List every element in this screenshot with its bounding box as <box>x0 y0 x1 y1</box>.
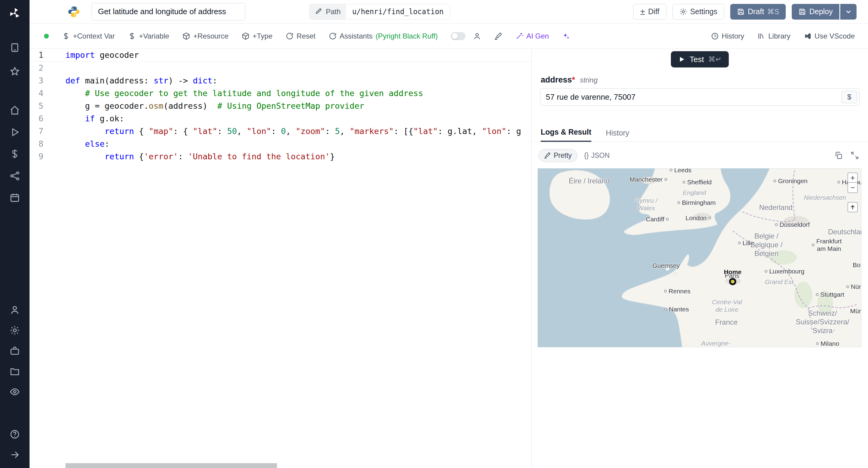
arrow-up-icon <box>849 204 856 210</box>
settings-gear-icon[interactable] <box>10 325 20 335</box>
apps-icon[interactable] <box>10 42 20 53</box>
test-button[interactable]: Test ⌘↵ <box>671 51 729 67</box>
main-area: Path u/henri/find_location ± Diff Settin… <box>30 0 868 468</box>
tab-logs-result[interactable]: Logs & Result <box>541 128 591 142</box>
line-number: 1 <box>30 49 43 61</box>
copy-icon[interactable] <box>834 151 843 160</box>
test-shortcut: ⌘↵ <box>708 55 721 64</box>
line-number: 2 <box>30 62 43 74</box>
argument-name: address* <box>541 75 575 85</box>
draft-shortcut: ⌘S <box>767 7 779 16</box>
ai-gen-button[interactable]: AI Gen <box>516 32 549 40</box>
zoom-in-button[interactable]: + <box>847 173 858 183</box>
code-line[interactable]: 2 <box>30 62 531 74</box>
dollar-icon <box>62 32 70 40</box>
history-button[interactable]: History <box>711 32 744 40</box>
code-line[interactable]: 8 else: <box>30 138 531 150</box>
runs-play-icon[interactable] <box>10 127 20 137</box>
line-number: 8 <box>30 138 43 150</box>
format-brush-icon[interactable] <box>494 32 502 40</box>
line-number: 6 <box>30 112 43 125</box>
package-icon <box>182 32 190 40</box>
code-line[interactable]: 1import geocoder <box>30 49 531 62</box>
argument-label-row: address* string <box>541 75 868 85</box>
help-icon[interactable] <box>10 429 20 439</box>
gear-icon <box>679 8 687 16</box>
library-icon <box>757 32 765 40</box>
use-vscode-button[interactable]: Use VScode <box>804 32 855 40</box>
workers-briefcase-icon[interactable] <box>10 346 20 356</box>
code-line[interactable]: 6 if g.ok: <box>30 112 531 125</box>
multiplayer-toggle[interactable] <box>451 32 465 40</box>
required-marker: * <box>572 75 575 84</box>
home-marker[interactable] <box>729 278 736 285</box>
diff-icon: ± <box>640 7 645 16</box>
pretty-toggle[interactable]: Pretty <box>538 149 578 162</box>
topbar: Path u/henri/find_location ± Diff Settin… <box>30 0 868 24</box>
code-line[interactable]: 5 g = geocoder.osm(address) # Using Open… <box>30 100 531 112</box>
collaborators-icon[interactable] <box>473 32 481 40</box>
audit-eye-icon[interactable] <box>10 387 20 397</box>
path-value: u/henri/find_location <box>346 4 450 19</box>
expand-arrow-icon[interactable] <box>10 449 20 460</box>
settings-button[interactable]: Settings <box>673 4 724 20</box>
save-icon <box>798 8 806 16</box>
draft-button[interactable]: Draft ⌘S <box>730 4 786 20</box>
windmill-logo[interactable] <box>8 7 21 20</box>
home-icon[interactable] <box>10 105 20 115</box>
dollar-icon <box>128 32 136 40</box>
test-panel: Test ⌘↵ address* string $ Logs & Result … <box>532 49 868 468</box>
deploy-dropdown-button[interactable] <box>840 4 857 20</box>
add-variable-button[interactable]: +Variable <box>128 32 169 40</box>
code-line[interactable]: 9 return {'error': 'Unable to find the l… <box>30 150 531 163</box>
brush-icon <box>544 152 551 159</box>
add-type-button[interactable]: +Type <box>242 32 273 40</box>
address-input[interactable] <box>540 88 860 106</box>
editor-toolbar: +Context Var +Variable +Resource +Type R… <box>30 24 868 49</box>
deploy-button[interactable]: Deploy <box>792 4 839 20</box>
pencil-icon <box>315 7 323 16</box>
sidebar <box>0 0 30 468</box>
refresh-icon <box>329 32 337 40</box>
script-title-input[interactable] <box>92 3 245 21</box>
add-context-var-button[interactable]: +Context Var <box>62 32 115 40</box>
add-resource-button[interactable]: +Resource <box>182 32 228 40</box>
users-icon[interactable] <box>10 305 20 315</box>
chevron-down-icon <box>844 8 852 16</box>
expand-icon[interactable] <box>850 151 859 160</box>
code-editor[interactable]: 1import geocoder23def main(address: str)… <box>30 49 532 468</box>
content-split: 1import geocoder23def main(address: str)… <box>30 49 868 468</box>
line-number: 9 <box>30 150 43 163</box>
assistants-button[interactable]: Assistants (Pyright Black Ruff) <box>329 32 438 40</box>
line-number: 7 <box>30 125 43 138</box>
resources-hub-icon[interactable] <box>10 171 20 181</box>
library-button[interactable]: Library <box>757 32 790 40</box>
code-line[interactable]: 3def main(address: str) -> dict: <box>30 74 531 87</box>
path-control[interactable]: Path u/henri/find_location <box>309 4 450 20</box>
tab-history[interactable]: History <box>606 129 629 141</box>
recenter-button[interactable] <box>847 202 858 212</box>
refresh-icon <box>286 32 293 40</box>
result-map[interactable]: LeedsÉire / IrelandManchesterSheffieldGr… <box>538 168 861 347</box>
favorites-star-icon[interactable] <box>10 66 20 76</box>
map-controls: + − <box>847 173 858 212</box>
diff-button[interactable]: ± Diff <box>633 4 666 20</box>
code-line[interactable]: 7 return { "map": { "lat": 50, "lon": 0,… <box>30 125 531 138</box>
folders-icon[interactable] <box>10 366 20 376</box>
python-logo-icon <box>67 5 80 18</box>
json-toggle[interactable]: {} JSON <box>584 152 610 160</box>
variables-dollar-icon[interactable] <box>10 149 20 159</box>
reset-button[interactable]: Reset <box>286 32 315 40</box>
zoom-out-button[interactable]: − <box>847 183 858 193</box>
schedules-calendar-icon[interactable] <box>10 193 20 203</box>
map-canvas <box>538 168 861 347</box>
save-icon <box>737 8 745 16</box>
code-line[interactable]: 4 # Use geocoder to get the latitude and… <box>30 87 531 100</box>
line-number: 3 <box>30 74 43 87</box>
path-label: Path <box>326 7 341 16</box>
assistants-detail: (Pyright Black Ruff) <box>375 32 438 40</box>
insert-variable-button[interactable]: $ <box>841 91 857 103</box>
sparkles-icon[interactable] <box>562 32 570 40</box>
horizontal-scrollbar[interactable] <box>65 463 277 468</box>
code-lines: 1import geocoder23def main(address: str)… <box>30 49 531 163</box>
